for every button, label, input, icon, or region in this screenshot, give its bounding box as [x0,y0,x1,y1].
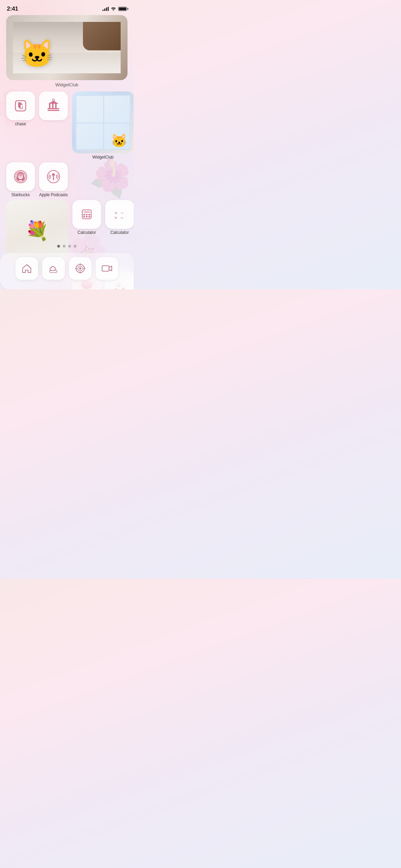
wifi-icon [111,6,116,12]
svg-rect-21 [88,216,90,217]
svg-rect-5 [52,104,53,108]
dock-focus[interactable] [69,257,92,280]
svg-rect-4 [49,104,50,108]
dock-weather[interactable] [42,257,65,280]
dock-facetime[interactable] [96,257,118,280]
app-item-starbucks[interactable]: Starbucks [6,162,35,197]
podcasts-label: Apple Podcasts [39,192,68,197]
status-bar: 2:41 [0,0,134,15]
calc1-icon-bg[interactable] [72,200,101,229]
battery-icon [118,7,127,11]
chase-icon-bg[interactable] [6,91,35,120]
starbucks-label: Starbucks [11,192,29,197]
svg-point-30 [79,267,81,269]
svg-rect-17 [86,214,88,215]
bank-icon-bg[interactable] [39,91,68,120]
dock-area [0,245,134,289]
cat-window-emoji: 🐱 [111,133,127,148]
svg-text:−: − [121,210,123,216]
svg-rect-19 [83,216,85,217]
signal-icon [102,7,109,11]
calc1-label: Calculator [77,230,96,235]
app-item-bank[interactable] [39,91,68,122]
dock [0,253,134,289]
app-row-1: chase [6,91,127,160]
svg-text:×: × [114,215,117,221]
app-item-calculator2[interactable]: + − × ÷ Calculator [105,200,134,235]
svg-rect-18 [88,214,90,215]
dot-4[interactable] [74,245,76,248]
svg-rect-2 [48,110,59,111]
svg-rect-35 [102,266,109,271]
svg-rect-6 [55,104,57,108]
mid-widget-label: WidgetClub [92,155,113,160]
dot-1[interactable] [57,245,60,248]
calc2-label: Calculator [110,230,129,235]
top-widget[interactable]: 🐱 [6,15,127,80]
status-icons [102,6,127,12]
dock-home[interactable] [15,257,38,280]
status-time: 2:41 [7,5,18,12]
calc2-icon-bg[interactable]: + − × ÷ [105,200,134,229]
dot-3[interactable] [68,245,71,248]
mid-widget-item[interactable]: 🐱 WidgetClub [72,91,134,160]
top-widget-label: WidgetClub [6,82,127,87]
mid-widget[interactable]: 🐱 [72,91,134,153]
app-item-chase[interactable]: chase [6,91,35,126]
app-row-2: Starbucks Apple Podcasts [6,162,127,197]
chase-label: chase [15,122,26,126]
svg-rect-20 [86,216,88,217]
dot-2[interactable] [63,245,65,248]
cat-illustration: 🐱 [20,38,54,70]
svg-rect-16 [83,214,85,215]
starbucks-icon-bg[interactable] [6,162,35,191]
app-item-podcasts[interactable]: Apple Podcasts [39,162,68,197]
svg-point-13 [52,173,55,176]
svg-text:÷: ÷ [121,215,123,221]
svg-rect-1 [48,108,59,109]
app-item-calculator1[interactable]: Calculator [72,200,101,235]
podcasts-icon-bg[interactable] [39,162,68,191]
svg-rect-15 [84,211,90,213]
page-dots [57,245,76,248]
